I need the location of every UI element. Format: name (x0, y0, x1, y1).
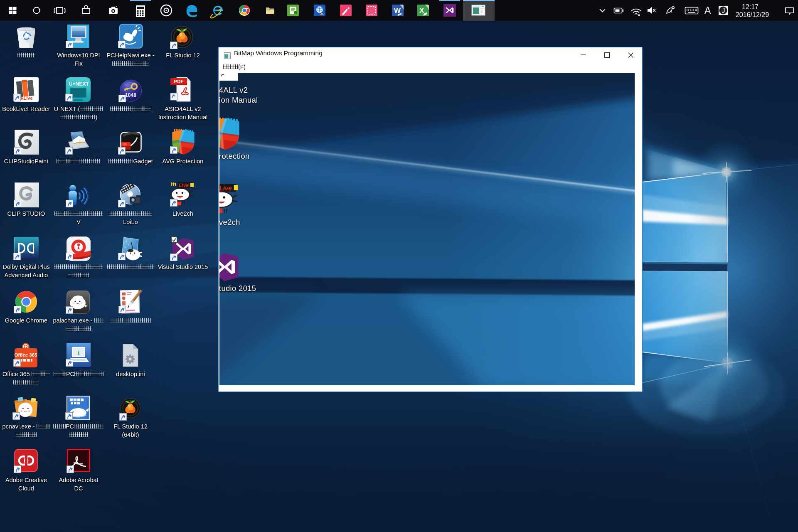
svg-text:PDF: PDF (174, 79, 184, 84)
svg-text:2016/12/29: 2016/12/29 (736, 11, 769, 18)
svg-text:J: J (722, 7, 725, 14)
svg-text:12:17: 12:17 (742, 3, 759, 10)
svg-text:Office 365: Office 365 (15, 352, 38, 357)
svg-text:A: A (704, 5, 711, 16)
svg-text:1048: 1048 (125, 92, 136, 98)
svg-text:X: X (419, 7, 424, 15)
svg-text:i: i (78, 350, 79, 356)
svg-text:W: W (394, 7, 401, 15)
svg-text:U‣NEXT: U‣NEXT (69, 81, 89, 87)
